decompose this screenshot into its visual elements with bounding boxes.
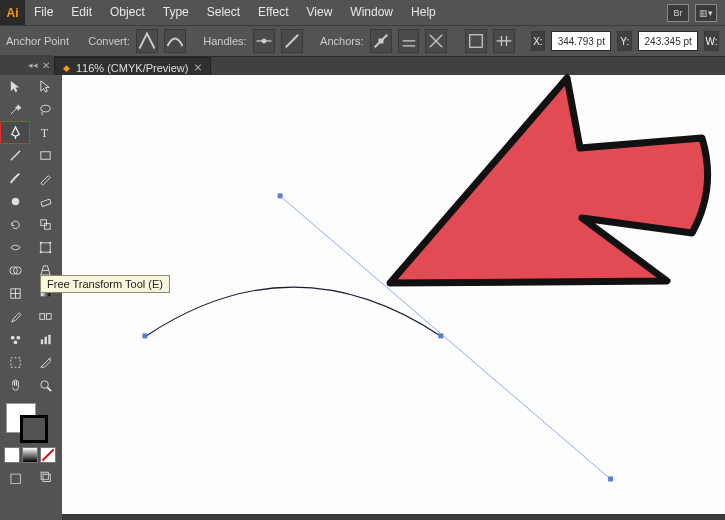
blend-tool[interactable] <box>30 305 60 328</box>
svg-point-14 <box>39 242 41 244</box>
screen-mode-icon[interactable]: ⧉ <box>30 467 60 487</box>
anchors-label: Anchors: <box>320 35 363 47</box>
anchors-connect-icon[interactable] <box>398 29 420 53</box>
tab-strip-corner[interactable]: ◂◂ ✕ <box>0 55 54 75</box>
menu-window[interactable]: Window <box>341 0 402 25</box>
menu-bar: Ai File Edit Object Type Select Effect V… <box>0 0 725 25</box>
annotation-arrow <box>372 73 712 307</box>
menu-object[interactable]: Object <box>101 0 154 25</box>
workspace: T <box>0 75 725 520</box>
convert-corner-icon[interactable] <box>136 29 158 53</box>
menu-help[interactable]: Help <box>402 0 445 25</box>
scale-tool[interactable] <box>30 213 60 236</box>
handles-show-icon[interactable] <box>253 29 275 53</box>
anchor-point-mid[interactable] <box>438 333 443 338</box>
w-label: W: <box>704 31 719 51</box>
width-tool[interactable] <box>0 236 30 259</box>
app-logo: Ai <box>0 0 25 25</box>
eyedropper-tool[interactable] <box>0 305 30 328</box>
color-swatches[interactable] <box>6 403 46 441</box>
anchor-point-start[interactable] <box>142 333 147 338</box>
svg-point-26 <box>10 336 14 340</box>
selection-tool[interactable] <box>0 75 30 98</box>
canvas[interactable]: Free Transform Tool (E) <box>62 75 725 514</box>
svg-point-16 <box>39 251 41 253</box>
menu-select[interactable]: Select <box>198 0 249 25</box>
artboard-tool[interactable] <box>0 351 30 374</box>
svg-point-28 <box>13 340 17 344</box>
arrow-icon <box>390 78 708 283</box>
control-bar: Anchor Point Convert: Handles: Anchors: … <box>0 25 725 57</box>
stroke-swatch[interactable] <box>20 415 48 443</box>
handle-point-end[interactable] <box>608 477 613 482</box>
close-icon[interactable] <box>194 64 202 72</box>
lasso-tool[interactable] <box>30 98 60 121</box>
document-tab-title: 116% (CMYK/Preview) <box>76 62 188 74</box>
svg-rect-3 <box>378 38 383 43</box>
free-transform-tool[interactable] <box>30 236 60 259</box>
anchors-remove-icon[interactable] <box>370 29 392 53</box>
magic-wand-tool[interactable] <box>0 98 30 121</box>
x-field[interactable]: 344.793 pt <box>551 31 611 51</box>
mesh-tool[interactable] <box>0 282 30 305</box>
bottom-strip <box>62 514 725 520</box>
graph-tool[interactable] <box>30 328 60 351</box>
menu-view[interactable]: View <box>298 0 342 25</box>
color-solid-icon[interactable] <box>4 447 20 463</box>
arrange-chip[interactable]: ▥▾ <box>695 4 717 22</box>
rectangle-tool[interactable] <box>30 144 60 167</box>
svg-rect-30 <box>44 337 46 345</box>
hand-tool[interactable] <box>0 374 30 397</box>
isolate-icon[interactable] <box>465 29 487 53</box>
svg-point-33 <box>40 381 48 389</box>
svg-rect-10 <box>40 199 50 207</box>
draw-normal-icon[interactable]: ◻ <box>0 467 30 487</box>
document-icon: ◆ <box>63 63 70 73</box>
svg-text:T: T <box>40 126 48 140</box>
svg-rect-8 <box>40 152 49 160</box>
svg-line-7 <box>10 151 19 160</box>
handle-point[interactable] <box>278 193 283 198</box>
svg-line-34 <box>47 387 51 391</box>
menu-right-controls: Br ▥▾ <box>667 4 725 22</box>
zoom-tool[interactable] <box>30 374 60 397</box>
paintbrush-tool[interactable] <box>0 167 30 190</box>
eraser-tool[interactable] <box>30 190 60 213</box>
svg-rect-24 <box>39 314 44 320</box>
tools-panel: T <box>0 75 63 520</box>
color-gradient-icon[interactable] <box>22 447 38 463</box>
screen-mode-row: ◻ ⧉ <box>0 467 62 487</box>
handles-hide-icon[interactable] <box>281 29 303 53</box>
anchors-cut-icon[interactable] <box>425 29 447 53</box>
type-tool[interactable]: T <box>30 121 60 144</box>
svg-rect-25 <box>46 314 51 320</box>
slice-tool[interactable] <box>30 351 60 374</box>
menu-file[interactable]: File <box>25 0 62 25</box>
pencil-tool[interactable] <box>30 167 60 190</box>
symbol-tool[interactable] <box>0 328 30 351</box>
svg-rect-31 <box>48 335 50 344</box>
svg-rect-11 <box>40 220 46 226</box>
direct-selection-tool[interactable] <box>30 75 60 98</box>
pen-tool[interactable] <box>0 121 30 144</box>
rotate-tool[interactable] <box>0 213 30 236</box>
svg-rect-29 <box>40 340 42 345</box>
bridge-chip[interactable]: Br <box>667 4 689 22</box>
document-tab[interactable]: ◆ 116% (CMYK/Preview) <box>54 57 211 77</box>
convert-smooth-icon[interactable] <box>164 29 186 53</box>
menu-edit[interactable]: Edit <box>62 0 101 25</box>
handles-label: Handles: <box>203 35 246 47</box>
menu-effect[interactable]: Effect <box>249 0 297 25</box>
svg-point-9 <box>11 198 19 206</box>
align-icon[interactable] <box>493 29 515 53</box>
svg-point-15 <box>49 242 51 244</box>
line-tool[interactable] <box>0 144 30 167</box>
menu-type[interactable]: Type <box>154 0 198 25</box>
svg-rect-4 <box>470 35 482 47</box>
shape-builder-tool[interactable] <box>0 259 30 282</box>
tool-tooltip: Free Transform Tool (E) <box>40 275 170 293</box>
svg-line-2 <box>285 35 297 47</box>
blob-brush-tool[interactable] <box>0 190 30 213</box>
color-none-icon[interactable] <box>40 447 56 463</box>
y-field[interactable]: 243.345 pt <box>638 31 698 51</box>
